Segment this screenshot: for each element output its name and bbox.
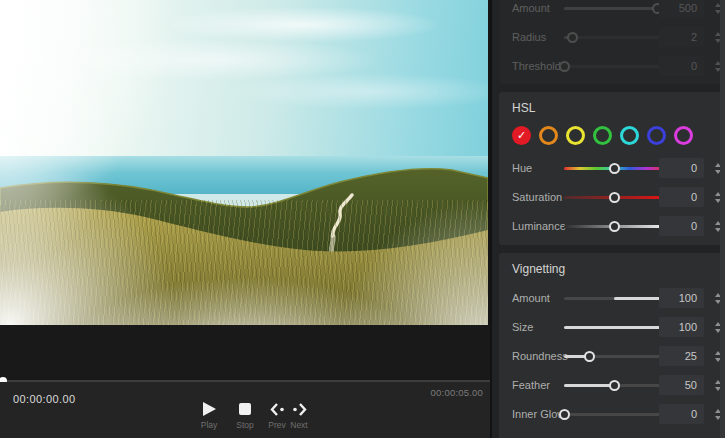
next-button-label: Next xyxy=(290,420,307,430)
check-icon: ✓ xyxy=(517,130,526,141)
hsl-channel-cyan[interactable] xyxy=(620,126,639,145)
slider-label: Radius xyxy=(512,23,566,52)
vignetting-amount-row: Amount100 xyxy=(512,284,708,313)
slider-thumb[interactable] xyxy=(584,351,595,362)
hsl-channel-red[interactable]: ✓ xyxy=(512,126,531,145)
stop-button-label: Stop xyxy=(236,420,254,430)
slider-fill xyxy=(564,7,657,10)
slider-thumb[interactable] xyxy=(567,32,578,43)
prev-button-label: Prev xyxy=(268,420,285,430)
next-button[interactable]: Next xyxy=(288,401,310,430)
slider-thumb[interactable] xyxy=(609,192,620,203)
slider-label: Size xyxy=(512,313,566,342)
hsl-channel-yellow[interactable] xyxy=(566,126,585,145)
section-title-hsl: HSL xyxy=(512,100,708,116)
slider-track[interactable] xyxy=(564,65,664,68)
prev-button[interactable]: Prev xyxy=(266,401,288,430)
section-title-vignetting: Vignetting xyxy=(512,261,708,277)
slider-label: Amount xyxy=(512,284,566,313)
value-field[interactable]: 0 xyxy=(659,187,704,207)
next-icon xyxy=(291,401,308,417)
transport-controls: PlayStopPrevNext xyxy=(198,401,310,430)
slider-fill xyxy=(564,326,664,329)
hsl-hue-row: Hue0 xyxy=(512,154,708,183)
slider-track[interactable] xyxy=(564,413,664,416)
vignetting-roundness-row: Roundness25 xyxy=(512,342,708,371)
hsl-channel-swatches: ✓ xyxy=(512,126,708,146)
play-button[interactable]: Play xyxy=(198,401,220,430)
value-field[interactable]: 25 xyxy=(659,346,704,366)
slider-label: Roundness xyxy=(512,342,566,371)
slider-thumb[interactable] xyxy=(609,163,620,174)
hsl-saturation-row: Saturation0 xyxy=(512,183,708,212)
preview-pane: 00:00:00.00 00:00:05.00 PlayStopPrevNext xyxy=(0,0,490,438)
slider-track[interactable] xyxy=(564,196,664,199)
hsl-channel-blue[interactable] xyxy=(647,126,666,145)
timeline-track-area[interactable] xyxy=(0,325,490,380)
slider-track[interactable] xyxy=(564,326,664,329)
play-button-label: Play xyxy=(201,420,218,430)
value-field[interactable]: 0 xyxy=(659,56,704,76)
total-timecode: 00:00:05.00 xyxy=(431,387,483,398)
value-field[interactable]: 100 xyxy=(659,288,704,308)
slider-thumb[interactable] xyxy=(559,409,570,420)
vignetting-inner-glow-row: Inner Glow0 xyxy=(512,400,708,429)
video-editor-window: 00:00:00.00 00:00:05.00 PlayStopPrevNext… xyxy=(0,0,725,438)
section-vignetting: Vignetting Amount100Size100Roundness25Fe… xyxy=(499,253,721,438)
vignetting-feather-row: Feather50 xyxy=(512,371,708,400)
slider-track[interactable] xyxy=(564,384,664,387)
hsl-channel-orange[interactable] xyxy=(539,126,558,145)
slider-label: Feather xyxy=(512,371,566,400)
value-field[interactable]: 50 xyxy=(659,375,704,395)
transport-bar: 00:00:00.00 00:00:05.00 PlayStopPrevNext xyxy=(0,382,490,438)
current-timecode: 00:00:00.00 xyxy=(13,393,76,405)
preview-image xyxy=(0,0,488,325)
slider-label: Hue xyxy=(512,154,566,183)
hsl-channel-magenta[interactable] xyxy=(674,126,693,145)
value-field[interactable]: 0 xyxy=(659,158,704,178)
value-field[interactable]: 2 xyxy=(659,27,704,47)
slider-track[interactable] xyxy=(564,297,664,300)
slider-track[interactable] xyxy=(564,7,664,10)
panel-scrollbar[interactable] xyxy=(720,0,725,438)
slider-thumb[interactable] xyxy=(609,380,620,391)
slider-track[interactable] xyxy=(564,167,664,170)
hsl-channel-green[interactable] xyxy=(593,126,612,145)
slider-track[interactable] xyxy=(564,36,664,39)
value-field[interactable]: 100 xyxy=(659,317,704,337)
section-sharpen: Amount500Radius2Threshold0 xyxy=(499,0,721,84)
prev-icon xyxy=(269,401,286,417)
section-hsl: HSL ✓ Hue0Saturation0Luminance0 xyxy=(499,92,721,245)
slider-fill xyxy=(564,384,614,387)
slider-label: Inner Glow xyxy=(512,400,566,429)
slider-track[interactable] xyxy=(564,355,664,358)
slider-track-bar[interactable] xyxy=(564,65,664,68)
settings-panel: Amount500Radius2Threshold0 HSL ✓ Hue0Sat… xyxy=(490,0,725,438)
sharpen-radius-row: Radius2 xyxy=(512,23,708,52)
play-icon xyxy=(203,401,216,417)
vignetting-size-row: Size100 xyxy=(512,313,708,342)
photo-vignette-overlay xyxy=(0,0,488,325)
value-field[interactable]: 0 xyxy=(659,216,704,236)
slider-label: Amount xyxy=(512,0,566,23)
slider-thumb[interactable] xyxy=(609,221,620,232)
slider-track[interactable] xyxy=(564,225,664,228)
slider-label: Threshold xyxy=(512,52,566,81)
stop-button[interactable]: Stop xyxy=(234,401,256,430)
slider-label: Saturation xyxy=(512,183,566,212)
sharpen-amount-row: Amount500 xyxy=(512,0,708,23)
slider-thumb[interactable] xyxy=(559,61,570,72)
slider-label: Luminance xyxy=(512,212,566,241)
stop-icon xyxy=(239,401,251,417)
sharpen-threshold-row: Threshold0 xyxy=(512,52,708,81)
slider-fill xyxy=(614,297,664,300)
slider-track-bar[interactable] xyxy=(564,36,664,39)
value-field[interactable]: 500 xyxy=(659,0,704,18)
value-field[interactable]: 0 xyxy=(659,404,704,424)
slider-track-bar[interactable] xyxy=(564,413,664,416)
hsl-luminance-row: Luminance0 xyxy=(512,212,708,241)
